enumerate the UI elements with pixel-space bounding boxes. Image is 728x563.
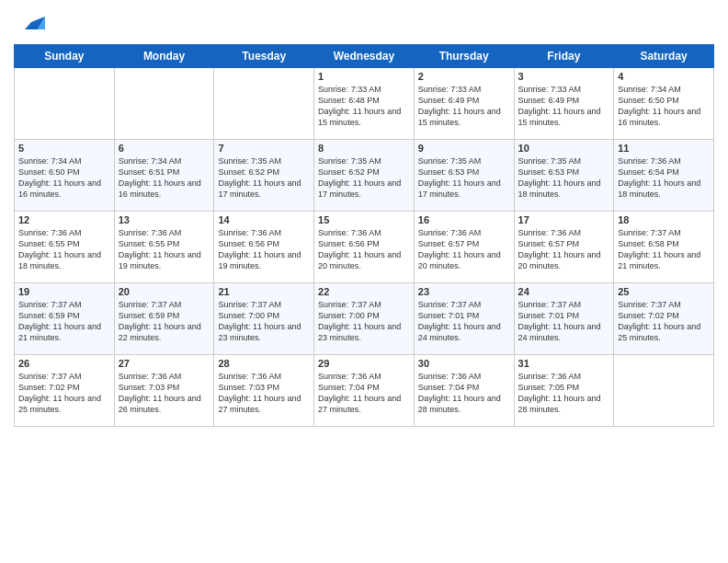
day-number: 19 xyxy=(18,286,110,297)
logo xyxy=(14,9,45,37)
day-info: Sunrise: 7:37 AM Sunset: 7:02 PM Dayligh… xyxy=(18,371,110,416)
day-number: 14 xyxy=(218,214,310,225)
day-number: 24 xyxy=(518,286,610,297)
day-info: Sunrise: 7:37 AM Sunset: 7:01 PM Dayligh… xyxy=(518,299,610,344)
calendar-cell: 20Sunrise: 7:37 AM Sunset: 6:59 PM Dayli… xyxy=(114,283,214,355)
day-info: Sunrise: 7:37 AM Sunset: 7:00 PM Dayligh… xyxy=(318,299,410,344)
calendar-cell: 9Sunrise: 7:35 AM Sunset: 6:53 PM Daylig… xyxy=(414,140,514,212)
week-row-0: 1Sunrise: 7:33 AM Sunset: 6:48 PM Daylig… xyxy=(15,68,714,140)
day-number: 31 xyxy=(518,358,610,369)
day-number: 3 xyxy=(518,71,610,82)
day-info: Sunrise: 7:35 AM Sunset: 6:53 PM Dayligh… xyxy=(418,155,510,201)
day-number: 20 xyxy=(119,286,210,297)
day-number: 30 xyxy=(418,358,510,369)
day-number: 11 xyxy=(618,143,710,154)
day-info: Sunrise: 7:33 AM Sunset: 6:49 PM Dayligh… xyxy=(418,84,510,129)
calendar-cell: 8Sunrise: 7:35 AM Sunset: 6:52 PM Daylig… xyxy=(314,140,415,212)
calendar-cell: 2Sunrise: 7:33 AM Sunset: 6:49 PM Daylig… xyxy=(414,68,514,140)
day-info: Sunrise: 7:36 AM Sunset: 6:57 PM Dayligh… xyxy=(418,227,510,272)
day-number: 22 xyxy=(318,286,410,297)
day-info: Sunrise: 7:35 AM Sunset: 6:53 PM Dayligh… xyxy=(518,155,610,201)
day-info: Sunrise: 7:37 AM Sunset: 6:59 PM Dayligh… xyxy=(18,299,110,344)
calendar-table: SundayMondayTuesdayWednesdayThursdayFrid… xyxy=(14,44,714,427)
day-info: Sunrise: 7:37 AM Sunset: 7:01 PM Dayligh… xyxy=(418,299,510,344)
calendar-cell xyxy=(614,355,714,427)
calendar-cell: 28Sunrise: 7:36 AM Sunset: 7:03 PM Dayli… xyxy=(214,355,314,427)
day-info: Sunrise: 7:33 AM Sunset: 6:48 PM Dayligh… xyxy=(318,84,410,129)
calendar-cell: 31Sunrise: 7:36 AM Sunset: 7:05 PM Dayli… xyxy=(514,355,614,427)
day-info: Sunrise: 7:36 AM Sunset: 6:56 PM Dayligh… xyxy=(318,227,410,272)
calendar-cell: 24Sunrise: 7:37 AM Sunset: 7:01 PM Dayli… xyxy=(514,283,614,355)
calendar-cell: 26Sunrise: 7:37 AM Sunset: 7:02 PM Dayli… xyxy=(15,355,115,427)
calendar-cell: 18Sunrise: 7:37 AM Sunset: 6:58 PM Dayli… xyxy=(614,212,714,283)
week-row-3: 19Sunrise: 7:37 AM Sunset: 6:59 PM Dayli… xyxy=(15,283,714,355)
header xyxy=(14,9,714,37)
calendar-cell: 5Sunrise: 7:34 AM Sunset: 6:50 PM Daylig… xyxy=(15,140,115,212)
day-number: 9 xyxy=(418,143,510,154)
day-info: Sunrise: 7:33 AM Sunset: 6:49 PM Dayligh… xyxy=(518,84,610,129)
day-number: 6 xyxy=(119,143,210,154)
day-info: Sunrise: 7:36 AM Sunset: 7:03 PM Dayligh… xyxy=(119,371,210,416)
day-number: 17 xyxy=(518,214,610,225)
day-info: Sunrise: 7:36 AM Sunset: 7:03 PM Dayligh… xyxy=(218,371,310,416)
day-number: 8 xyxy=(318,143,410,154)
day-info: Sunrise: 7:34 AM Sunset: 6:50 PM Dayligh… xyxy=(618,84,710,129)
day-number: 7 xyxy=(218,143,310,154)
day-number: 16 xyxy=(418,214,510,225)
calendar-cell: 13Sunrise: 7:36 AM Sunset: 6:55 PM Dayli… xyxy=(114,212,214,283)
day-info: Sunrise: 7:36 AM Sunset: 6:55 PM Dayligh… xyxy=(119,227,210,272)
calendar-cell: 10Sunrise: 7:35 AM Sunset: 6:53 PM Dayli… xyxy=(514,140,614,212)
calendar-cell: 30Sunrise: 7:36 AM Sunset: 7:04 PM Dayli… xyxy=(414,355,514,427)
week-row-2: 12Sunrise: 7:36 AM Sunset: 6:55 PM Dayli… xyxy=(15,212,714,283)
page: SundayMondayTuesdayWednesdayThursdayFrid… xyxy=(0,0,728,563)
calendar-cell: 16Sunrise: 7:36 AM Sunset: 6:57 PM Dayli… xyxy=(414,212,514,283)
day-info: Sunrise: 7:37 AM Sunset: 6:59 PM Dayligh… xyxy=(119,299,210,344)
day-number: 12 xyxy=(18,214,110,225)
day-info: Sunrise: 7:36 AM Sunset: 6:57 PM Dayligh… xyxy=(518,227,610,272)
weekday-header-saturday: Saturday xyxy=(614,45,714,68)
weekday-header-monday: Monday xyxy=(114,45,214,68)
week-row-4: 26Sunrise: 7:37 AM Sunset: 7:02 PM Dayli… xyxy=(15,355,714,427)
day-number: 4 xyxy=(618,71,710,82)
weekday-header-friday: Friday xyxy=(514,45,614,68)
calendar-cell: 15Sunrise: 7:36 AM Sunset: 6:56 PM Dayli… xyxy=(314,212,415,283)
calendar-cell: 27Sunrise: 7:36 AM Sunset: 7:03 PM Dayli… xyxy=(114,355,214,427)
calendar-cell xyxy=(114,68,214,140)
calendar-cell: 4Sunrise: 7:34 AM Sunset: 6:50 PM Daylig… xyxy=(614,68,714,140)
day-info: Sunrise: 7:35 AM Sunset: 6:52 PM Dayligh… xyxy=(218,155,310,201)
day-number: 13 xyxy=(119,214,210,225)
day-number: 29 xyxy=(318,358,410,369)
day-number: 26 xyxy=(18,358,110,369)
calendar-cell: 19Sunrise: 7:37 AM Sunset: 6:59 PM Dayli… xyxy=(15,283,115,355)
logo-icon xyxy=(17,9,45,37)
calendar-cell xyxy=(15,68,115,140)
day-number: 18 xyxy=(618,214,710,225)
day-info: Sunrise: 7:34 AM Sunset: 6:51 PM Dayligh… xyxy=(119,155,210,201)
day-info: Sunrise: 7:35 AM Sunset: 6:52 PM Dayligh… xyxy=(318,155,410,201)
weekday-header-thursday: Thursday xyxy=(414,45,514,68)
calendar-cell: 25Sunrise: 7:37 AM Sunset: 7:02 PM Dayli… xyxy=(614,283,714,355)
day-number: 15 xyxy=(318,214,410,225)
week-row-1: 5Sunrise: 7:34 AM Sunset: 6:50 PM Daylig… xyxy=(15,140,714,212)
calendar-cell: 3Sunrise: 7:33 AM Sunset: 6:49 PM Daylig… xyxy=(514,68,614,140)
day-info: Sunrise: 7:37 AM Sunset: 7:00 PM Dayligh… xyxy=(218,299,310,344)
day-info: Sunrise: 7:37 AM Sunset: 7:02 PM Dayligh… xyxy=(618,299,710,344)
day-number: 23 xyxy=(418,286,510,297)
day-number: 25 xyxy=(618,286,710,297)
day-info: Sunrise: 7:36 AM Sunset: 6:55 PM Dayligh… xyxy=(18,227,110,272)
day-number: 27 xyxy=(119,358,210,369)
weekday-header-sunday: Sunday xyxy=(15,45,115,68)
calendar-cell: 12Sunrise: 7:36 AM Sunset: 6:55 PM Dayli… xyxy=(15,212,115,283)
calendar-cell: 1Sunrise: 7:33 AM Sunset: 6:48 PM Daylig… xyxy=(314,68,415,140)
calendar-cell: 11Sunrise: 7:36 AM Sunset: 6:54 PM Dayli… xyxy=(614,140,714,212)
calendar-cell: 29Sunrise: 7:36 AM Sunset: 7:04 PM Dayli… xyxy=(314,355,415,427)
calendar-cell: 23Sunrise: 7:37 AM Sunset: 7:01 PM Dayli… xyxy=(414,283,514,355)
day-info: Sunrise: 7:36 AM Sunset: 7:04 PM Dayligh… xyxy=(318,371,410,416)
day-number: 10 xyxy=(518,143,610,154)
weekday-header-row: SundayMondayTuesdayWednesdayThursdayFrid… xyxy=(15,45,714,68)
day-number: 2 xyxy=(418,71,510,82)
day-number: 21 xyxy=(218,286,310,297)
calendar-cell: 17Sunrise: 7:36 AM Sunset: 6:57 PM Dayli… xyxy=(514,212,614,283)
day-info: Sunrise: 7:37 AM Sunset: 6:58 PM Dayligh… xyxy=(618,227,710,272)
day-info: Sunrise: 7:36 AM Sunset: 6:56 PM Dayligh… xyxy=(218,227,310,272)
